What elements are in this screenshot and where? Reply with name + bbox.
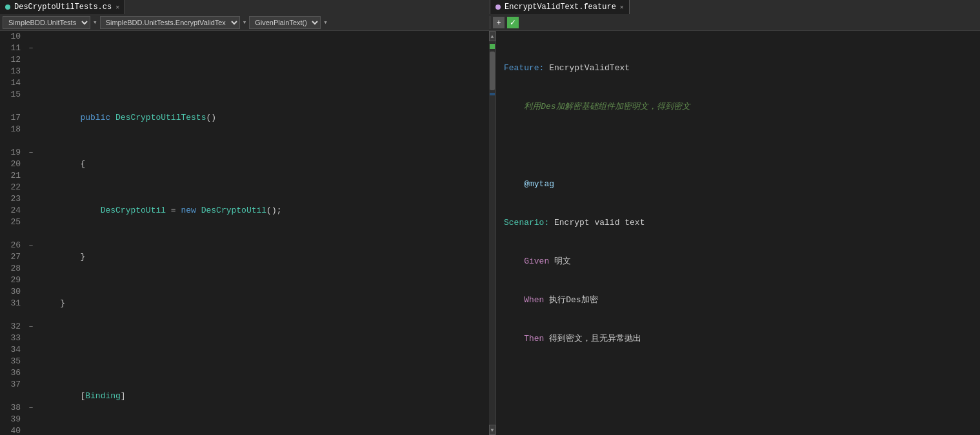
check-button[interactable]: ✓ xyxy=(507,17,519,28)
code-scrollbar[interactable]: ▲ ▼ xyxy=(489,31,495,435)
tab-label-feature: EncryptValidText.feature xyxy=(505,3,616,12)
ln-23: 23 xyxy=(3,193,21,205)
breadcrumb-arrow3: ▾ xyxy=(322,18,329,26)
feature-line-given: Given 明文 xyxy=(504,255,972,268)
scroll-track xyxy=(489,41,495,425)
feature-line-1: Feature: EncryptValidText xyxy=(504,62,972,75)
code-line-11: public DesCryptoUtilTests() xyxy=(39,112,489,124)
ln-37: 37 xyxy=(3,379,21,391)
code-line-10 xyxy=(39,66,489,77)
ln-24: 24 xyxy=(3,205,21,217)
fold-14 xyxy=(26,77,36,89)
ln-10: 10 xyxy=(3,31,21,43)
ln-refinfo3 xyxy=(3,309,21,321)
tab-label-des: DesCryptoUtilTests.cs xyxy=(14,3,112,12)
ln-32: 32 xyxy=(3,321,21,333)
fold-12 xyxy=(26,54,36,66)
ln-18: 18 xyxy=(3,124,21,135)
fold-33 xyxy=(26,333,36,344)
feature-icon xyxy=(495,5,501,10)
fold-17 xyxy=(26,112,36,124)
title-bar: DesCryptoUtilTests.cs ✕ EncryptValidText… xyxy=(0,0,980,14)
title-bar-right: EncryptValidText.feature ✕ xyxy=(490,0,980,14)
code-content[interactable]: public DesCryptoUtilTests() { DesCryptoU… xyxy=(36,31,489,435)
ln-27: 27 xyxy=(3,251,21,263)
feature-pane: Feature: EncryptValidText 利用Des加解密基础组件加密… xyxy=(496,31,980,435)
ln-33: 33 xyxy=(3,333,21,344)
fold-19[interactable]: − xyxy=(26,147,36,159)
fold-refinfo4 xyxy=(26,391,36,402)
scroll-up-btn[interactable]: ▲ xyxy=(489,31,495,41)
fold-15 xyxy=(26,89,36,101)
ln-28: 28 xyxy=(3,263,21,275)
close-tab-des[interactable]: ✕ xyxy=(115,3,119,11)
ln-26: 26 xyxy=(3,240,21,251)
breadcrumb-arrow1: ▾ xyxy=(92,18,99,26)
fold-20 xyxy=(26,159,36,170)
fold-indicators[interactable]: − − − − xyxy=(26,31,36,435)
fold-29 xyxy=(26,275,36,286)
code-line-12: { xyxy=(39,159,489,170)
fold-39 xyxy=(26,414,36,425)
fold-26[interactable]: − xyxy=(26,240,36,251)
ln-40: 40 xyxy=(3,425,21,435)
feature-content: Feature: EncryptValidText 利用Des加解密基础组件加密… xyxy=(496,31,980,435)
ln-31: 31 xyxy=(3,298,21,309)
fold-22 xyxy=(26,182,36,193)
ln-39: 39 xyxy=(3,414,21,425)
fold-38[interactable]: − xyxy=(26,402,36,414)
fold-25 xyxy=(26,217,36,228)
toolbar-right: + ✓ xyxy=(490,17,980,28)
fold-21 xyxy=(26,170,36,182)
ln-13: 13 xyxy=(3,66,21,77)
ln-36: 36 xyxy=(3,367,21,379)
code-line-15: } xyxy=(39,298,489,309)
fold-refinfo2 xyxy=(26,228,36,240)
fold-34 xyxy=(26,344,36,356)
ln-34: 34 xyxy=(3,344,21,356)
namespace-select[interactable]: SimpleBDD.UnitTests xyxy=(3,16,90,29)
ln-38: 38 xyxy=(3,402,21,414)
scroll-down-btn[interactable]: ▼ xyxy=(489,425,495,435)
close-tab-feature[interactable]: ✕ xyxy=(620,3,624,11)
scroll-marker-green xyxy=(490,44,495,49)
ln-15: 15 xyxy=(3,89,21,101)
ln-refinfo2 xyxy=(3,228,21,240)
scroll-thumb[interactable] xyxy=(490,52,495,90)
fold-36 xyxy=(26,367,36,379)
ln-35: 35 xyxy=(3,356,21,367)
feature-line-when: When 执行Des加密 xyxy=(504,294,972,307)
add-button[interactable]: + xyxy=(493,17,505,28)
ln-29: 29 xyxy=(3,275,21,286)
ln-refinfo4 xyxy=(3,391,21,402)
main-area: 10 11 12 13 14 15 17 18 19 20 21 22 23 2… xyxy=(0,31,980,435)
tab-feature[interactable]: EncryptValidText.feature ✕ xyxy=(490,0,630,14)
feature-line-2: 利用Des加解密基础组件加密明文，得到密文 xyxy=(504,101,972,113)
ln-blank1 xyxy=(3,101,21,112)
feature-line-scenario: Scenario: Encrypt valid text xyxy=(504,217,972,229)
line-numbers: 10 11 12 13 14 15 17 18 19 20 21 22 23 2… xyxy=(0,31,26,435)
code-line-14: } xyxy=(39,251,489,263)
ln-refinfo1 xyxy=(3,135,21,147)
fold-18 xyxy=(26,124,36,135)
toolbar-row: SimpleBDD.UnitTests ▾ SimpleBDD.UnitTest… xyxy=(0,14,980,31)
ln-17: 17 xyxy=(3,112,21,124)
fold-31 xyxy=(26,298,36,309)
feature-line-blank xyxy=(504,139,972,152)
fold-32[interactable]: − xyxy=(26,321,36,333)
ln-14: 14 xyxy=(3,77,21,89)
tab-des-crypto[interactable]: DesCryptoUtilTests.cs ✕ xyxy=(0,0,125,14)
fold-10 xyxy=(26,31,36,43)
toolbar-left: SimpleBDD.UnitTests ▾ SimpleBDD.UnitTest… xyxy=(0,16,490,29)
method-select[interactable]: GivenPlainText() xyxy=(249,16,321,29)
feature-line-tag: @mytag xyxy=(504,178,972,191)
breadcrumb-arrow2: ▾ xyxy=(241,18,248,26)
fold-24 xyxy=(26,205,36,217)
fold-37 xyxy=(26,379,36,391)
ln-12: 12 xyxy=(3,54,21,66)
fold-28 xyxy=(26,263,36,275)
fold-11[interactable]: − xyxy=(26,43,36,54)
ln-25: 25 xyxy=(3,217,21,228)
class-select[interactable]: SimpleBDD.UnitTests.EncryptValidTex xyxy=(100,16,240,29)
code-pane: 10 11 12 13 14 15 17 18 19 20 21 22 23 2… xyxy=(0,31,496,435)
